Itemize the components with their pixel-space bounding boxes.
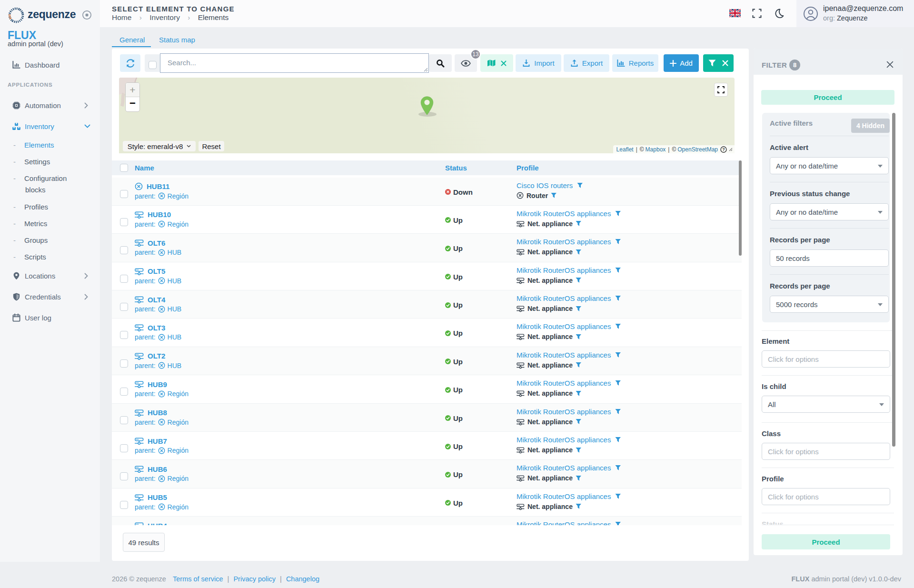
svg-text:?: ?: [722, 147, 725, 152]
